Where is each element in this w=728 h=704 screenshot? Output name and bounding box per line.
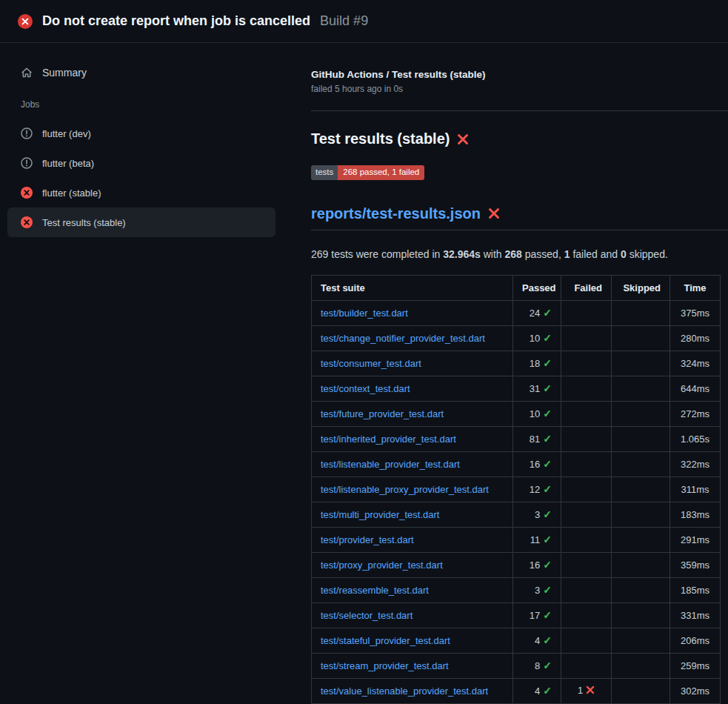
suite-link[interactable]: test/stateful_provider_test.dart bbox=[321, 635, 450, 646]
failed-cell bbox=[561, 476, 612, 502]
time-value: 302ms bbox=[681, 685, 709, 697]
report-link[interactable]: reports/test-results.json bbox=[311, 205, 481, 222]
passed-count: 3 bbox=[535, 585, 540, 596]
passed-count: 24 bbox=[530, 308, 540, 319]
suite-link[interactable]: test/provider_test.dart bbox=[321, 534, 414, 545]
time-value: 331ms bbox=[681, 610, 709, 621]
suite-cell: test/future_provider_test.dart bbox=[312, 401, 513, 426]
passed-count: 10 bbox=[530, 408, 540, 419]
suite-cell: test/inherited_provider_test.dart bbox=[312, 426, 513, 451]
failed-x-icon bbox=[457, 133, 469, 145]
skipped-cell bbox=[612, 300, 670, 325]
time-value: 185ms bbox=[681, 585, 709, 596]
suite-link[interactable]: test/multi_provider_test.dart bbox=[321, 509, 439, 520]
table-row: test/future_provider_test.dart 10✓ 272ms bbox=[312, 401, 721, 426]
suite-link[interactable]: test/future_provider_test.dart bbox=[321, 408, 444, 419]
time-value: 375ms bbox=[681, 308, 709, 319]
failed-count: 1 bbox=[578, 685, 583, 696]
failed-cell bbox=[561, 451, 612, 476]
suite-link[interactable]: test/builder_test.dart bbox=[321, 308, 408, 319]
failed-cell bbox=[561, 577, 612, 602]
time-cell: 1.065s bbox=[670, 426, 721, 451]
sidebar-item-label: flutter (beta) bbox=[42, 158, 94, 169]
passed-count: 3 bbox=[535, 509, 540, 520]
pass-check-icon: ✓ bbox=[543, 660, 552, 671]
time-cell: 331ms bbox=[670, 602, 721, 628]
skipped-cell bbox=[612, 602, 670, 628]
failed-cell bbox=[561, 552, 612, 577]
suite-link[interactable]: test/proxy_provider_test.dart bbox=[321, 559, 443, 571]
skipped-cell bbox=[612, 325, 670, 351]
sidebar-item-label: flutter (dev) bbox=[42, 128, 91, 139]
time-cell: 280ms bbox=[670, 325, 721, 351]
table-row: test/selector_test.dart 17✓ 331ms bbox=[312, 602, 721, 628]
passed-cell: 12✓ bbox=[513, 476, 561, 502]
failed-cell bbox=[561, 401, 612, 426]
passed-count: 18 bbox=[530, 358, 540, 369]
results-table: Test suite Passed Failed Skipped Time te… bbox=[311, 275, 721, 704]
sidebar-item-test-results-stable[interactable]: Test results (stable) bbox=[7, 207, 275, 237]
sidebar-item-flutter-stable[interactable]: flutter (stable) bbox=[7, 178, 275, 207]
failed-cell: 1 bbox=[561, 678, 612, 703]
table-header-row: Test suite Passed Failed Skipped Time bbox=[312, 275, 721, 300]
x-circle-icon bbox=[21, 187, 33, 199]
x-circle-icon bbox=[21, 216, 33, 228]
failed-cell bbox=[561, 300, 612, 325]
time-cell: 206ms bbox=[670, 628, 721, 653]
time-cell: 183ms bbox=[670, 502, 721, 527]
suite-cell: test/stateful_provider_test.dart bbox=[312, 628, 513, 653]
run-title: Do not create report when job is cancell… bbox=[42, 13, 310, 29]
alert-circle-icon bbox=[21, 157, 33, 169]
passed-cell: 4✓ bbox=[513, 678, 561, 703]
col-header-skipped: Skipped bbox=[612, 275, 670, 300]
sidebar-item-label: Test results (stable) bbox=[42, 217, 126, 228]
pass-check-icon: ✓ bbox=[543, 307, 552, 319]
table-row: test/provider_test.dart 11✓ 291ms bbox=[312, 527, 721, 552]
suite-link[interactable]: test/inherited_provider_test.dart bbox=[321, 434, 456, 445]
breadcrumb: GitHub Actions / Test results (stable) bbox=[311, 69, 728, 80]
failed-cell bbox=[561, 628, 612, 653]
time-cell: 324ms bbox=[670, 351, 721, 376]
suite-link[interactable]: test/selector_test.dart bbox=[321, 610, 413, 621]
suite-cell: test/value_listenable_provider_test.dart bbox=[312, 678, 513, 703]
time-value: 259ms bbox=[681, 660, 709, 671]
table-row: test/proxy_provider_test.dart 16✓ 359ms bbox=[312, 552, 721, 577]
tests-badge: tests 268 passed, 1 failed bbox=[311, 165, 424, 180]
suite-cell: test/stream_provider_test.dart bbox=[312, 653, 513, 678]
table-row: test/value_listenable_provider_test.dart… bbox=[312, 678, 721, 703]
sidebar-item-summary[interactable]: Summary bbox=[7, 59, 275, 86]
suite-cell: test/change_notifier_provider_test.dart bbox=[312, 325, 513, 351]
skipped-cell bbox=[612, 527, 670, 552]
time-value: 359ms bbox=[681, 559, 709, 571]
build-number: Build #9 bbox=[320, 13, 368, 29]
suite-link[interactable]: test/value_listenable_provider_test.dart bbox=[321, 685, 488, 697]
col-header-passed: Passed bbox=[513, 275, 561, 300]
suite-link[interactable]: test/context_test.dart bbox=[321, 383, 410, 394]
col-header-failed: Failed bbox=[561, 275, 612, 300]
time-value: 324ms bbox=[681, 358, 709, 369]
suite-link[interactable]: test/consumer_test.dart bbox=[321, 358, 421, 369]
time-value: 322ms bbox=[681, 459, 709, 470]
sidebar-item-flutter-beta[interactable]: flutter (beta) bbox=[7, 148, 275, 178]
results-table-body: test/builder_test.dart 24✓ 375ms test/ch… bbox=[312, 300, 721, 703]
failed-cell bbox=[561, 527, 612, 552]
suite-link[interactable]: test/change_notifier_provider_test.dart bbox=[321, 333, 485, 344]
suite-cell: test/context_test.dart bbox=[312, 376, 513, 401]
time-cell: 291ms bbox=[670, 527, 721, 552]
suite-link[interactable]: test/stream_provider_test.dart bbox=[321, 660, 449, 671]
skipped-cell bbox=[612, 426, 670, 451]
section-title: Test results (stable) bbox=[311, 130, 728, 147]
suite-link[interactable]: test/listenable_proxy_provider_test.dart bbox=[321, 484, 489, 495]
sidebar-item-flutter-dev[interactable]: flutter (dev) bbox=[7, 119, 275, 148]
time-value: 1.065s bbox=[681, 434, 709, 445]
skipped-cell bbox=[612, 476, 670, 502]
suite-link[interactable]: test/listenable_provider_test.dart bbox=[321, 459, 460, 470]
skipped-cell bbox=[612, 451, 670, 476]
suite-link[interactable]: test/reassemble_test.dart bbox=[321, 585, 429, 596]
failed-cell bbox=[561, 376, 612, 401]
pass-check-icon: ✓ bbox=[543, 408, 552, 419]
pass-check-icon: ✓ bbox=[543, 332, 552, 344]
table-row: test/reassemble_test.dart 3✓ 185ms bbox=[312, 577, 721, 602]
pass-check-icon: ✓ bbox=[543, 609, 552, 621]
skipped-cell bbox=[612, 577, 670, 602]
